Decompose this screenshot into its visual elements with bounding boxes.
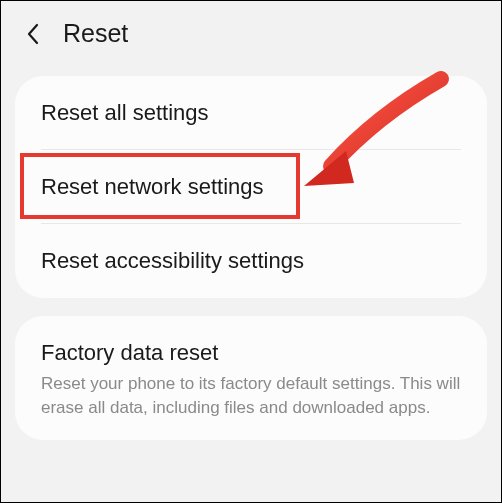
factory-data-reset-item[interactable]: Factory data reset Reset your phone to i…	[15, 316, 487, 440]
reset-accessibility-settings-item[interactable]: Reset accessibility settings	[15, 224, 487, 298]
page-title: Reset	[63, 19, 128, 48]
header: Reset	[1, 1, 501, 66]
item-title: Reset network settings	[41, 174, 461, 200]
settings-group-factory: Factory data reset Reset your phone to i…	[15, 316, 487, 440]
item-description: Reset your phone to its factory default …	[41, 372, 461, 420]
item-title: Factory data reset	[41, 340, 461, 366]
settings-group-reset: Reset all settings Reset network setting…	[15, 76, 487, 298]
item-title: Reset all settings	[41, 100, 461, 126]
back-icon[interactable]	[21, 22, 45, 46]
item-title: Reset accessibility settings	[41, 248, 461, 274]
reset-network-settings-item[interactable]: Reset network settings	[15, 150, 487, 224]
reset-all-settings-item[interactable]: Reset all settings	[15, 76, 487, 150]
